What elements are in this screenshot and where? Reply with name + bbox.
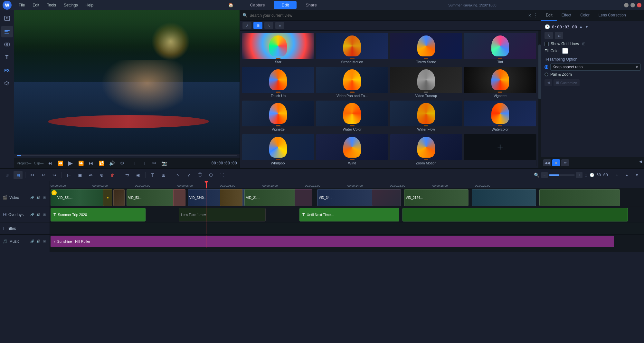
effect-add-more[interactable]: +	[464, 134, 536, 166]
effect-strobe-motion[interactable]: Strobe Motion	[316, 33, 389, 65]
tl-add-track-video[interactable]: +	[612, 171, 621, 179]
tool-transitions[interactable]	[1, 39, 13, 50]
video-link-button[interactable]: 🔗	[30, 195, 35, 200]
clip-summer-trip[interactable]: T Summer Trip 2020	[51, 208, 146, 221]
effect-touch-up[interactable]: Touch Up	[242, 66, 315, 99]
tl-mask-button[interactable]: ⬡	[206, 171, 215, 179]
tl-arrow-up[interactable]: ▲	[622, 171, 631, 179]
zoom-out-button[interactable]: −	[541, 172, 548, 178]
clip-extra-overlay[interactable]	[402, 208, 628, 221]
tl-crop-button[interactable]: ⛶	[217, 171, 226, 179]
clip-vid321[interactable]: ⭐ VID_321...	[51, 189, 109, 206]
timeline-content[interactable]: 00:00:00.00 00:00:02.00 00:00:04.00 00:0…	[50, 181, 644, 252]
prev-frame-button[interactable]: ⏪	[56, 159, 64, 167]
clip-until-next-time[interactable]: T Until Next Time...	[299, 208, 399, 221]
clip-sunshine[interactable]: ♪ Sunshine - Hill Roller	[51, 236, 614, 247]
grid-lines-checkbox[interactable]	[545, 42, 549, 46]
fill-color-swatch[interactable]	[562, 48, 568, 54]
effect-watercolor[interactable]: Watercolor	[464, 100, 536, 133]
music-lock-button[interactable]: ⊠	[42, 239, 47, 244]
repeat-button[interactable]: 🔁	[98, 159, 105, 167]
menu-tools[interactable]: Tools	[44, 2, 59, 9]
keep-aspect-radio[interactable]	[545, 65, 548, 69]
clip-vid2124[interactable]: VID_2124...	[404, 189, 469, 206]
clip-lens-flare[interactable]: Lens Flare 1.mov	[179, 208, 266, 221]
effect-whirlpool[interactable]: Whirlpool	[242, 134, 315, 166]
time-up-button[interactable]: ▲	[579, 24, 583, 29]
tab-edit[interactable]: Edit	[274, 1, 297, 9]
pan-zoom-radio[interactable]	[545, 73, 548, 76]
tl-select-button[interactable]: ↖	[174, 171, 183, 179]
tab-capture[interactable]: Capture	[242, 1, 273, 9]
close-search-icon[interactable]: ✕	[528, 13, 531, 18]
rb-edit-button[interactable]: ✏	[561, 159, 569, 166]
mark-in-button[interactable]: [	[131, 159, 139, 167]
video-lock-button[interactable]: ⊠	[42, 195, 47, 200]
tl-timeline-button[interactable]: ▤	[14, 171, 23, 179]
effect-wind[interactable]: Wind	[316, 134, 389, 166]
tl-remove-button[interactable]: 🗑	[108, 171, 117, 179]
progress-bar[interactable]	[17, 155, 237, 156]
music-mute-button[interactable]: 🔊	[36, 239, 41, 244]
tl-split-button[interactable]: ⇹	[86, 171, 95, 179]
clip-transition2[interactable]	[372, 189, 401, 206]
menu-file[interactable]: File	[15, 2, 28, 9]
tool-media[interactable]	[1, 13, 13, 24]
tl-resize-button[interactable]: ⤢	[185, 171, 194, 179]
effect-water-color[interactable]: Water Color	[316, 100, 389, 133]
rb-back-button[interactable]: ◀◀	[543, 159, 551, 166]
close-button[interactable]	[637, 3, 641, 7]
tool-text[interactable]: T	[1, 52, 13, 63]
tab-home[interactable]: 🏠	[221, 1, 241, 9]
settings-button[interactable]: ⚙	[118, 159, 126, 167]
tool-audio[interactable]	[1, 77, 13, 89]
tl-undo-button[interactable]: ↩	[39, 171, 48, 179]
effect-star[interactable]: Star	[242, 33, 315, 65]
tl-scenes-button[interactable]: ⊞	[3, 171, 12, 179]
tl-trim-button[interactable]: ⊢	[64, 171, 73, 179]
minimize-button[interactable]	[624, 3, 629, 7]
effect-video-pan-zoom[interactable]: Video Pan and Zo...	[316, 66, 389, 99]
snapshot-button[interactable]: 📷	[160, 159, 168, 167]
tool-timeline[interactable]	[1, 26, 13, 37]
menu-help[interactable]: Help	[82, 2, 97, 9]
tl-clip-button[interactable]: ▣	[75, 171, 84, 179]
menu-settings[interactable]: Settings	[61, 2, 81, 9]
clip-star-effect[interactable]: ★	[103, 189, 112, 206]
right-tab-effect[interactable]: Effect	[557, 10, 576, 21]
tl-text-button[interactable]: T	[148, 171, 157, 179]
time-down-button[interactable]: ▼	[585, 24, 589, 29]
effect-throw-stone[interactable]: Throw Stone	[390, 33, 463, 65]
right-tab-edit[interactable]: Edit	[541, 10, 557, 21]
clip-vid34[interactable]: VID_34...	[317, 189, 380, 206]
flip-h-button[interactable]: ⇄	[555, 32, 563, 39]
tl-motion-button[interactable]: ◉	[134, 171, 143, 179]
overlays-link-button[interactable]: 🔗	[30, 212, 35, 217]
right-tab-color[interactable]: Color	[576, 10, 594, 21]
tl-arrow-down[interactable]: ▼	[632, 171, 641, 179]
skip-end-button[interactable]: ⏭	[87, 159, 95, 167]
maximize-button[interactable]	[630, 3, 635, 7]
transform-button[interactable]: ⤡	[545, 32, 553, 39]
tl-scissors-button[interactable]: ✂	[28, 171, 37, 179]
effect-water-flow[interactable]: Water Flow	[390, 100, 463, 133]
video-mute-button[interactable]: 🔊	[36, 195, 41, 200]
play-button[interactable]: ▶	[67, 159, 74, 167]
tl-textanim-button[interactable]: Ⓣ	[195, 171, 204, 179]
keep-aspect-dropdown[interactable]: Keep aspect ratio ▼	[550, 64, 641, 71]
effect-vignette[interactable]: Vignette	[464, 66, 536, 99]
clip-color1[interactable]	[173, 189, 185, 206]
effects-scrollbar[interactable]	[538, 31, 541, 168]
clip-extra1[interactable]	[472, 189, 536, 206]
clip-extra2[interactable]	[539, 189, 620, 206]
filter-pointer-button[interactable]: ↗	[242, 22, 251, 29]
rb-play-button[interactable]: ■	[552, 159, 560, 166]
right-tab-lens[interactable]: Lens Correction	[594, 10, 630, 21]
overlays-mute-button[interactable]: 🔊	[36, 212, 41, 217]
skip-start-button[interactable]: ⏮	[46, 159, 54, 167]
effects-search-input[interactable]	[250, 13, 526, 18]
effect-tint[interactable]: Tint	[464, 33, 536, 65]
clip-effect2[interactable]	[295, 189, 312, 206]
tl-compound-button[interactable]: ⊞	[159, 171, 168, 179]
clip-transition1[interactable]	[113, 189, 125, 206]
